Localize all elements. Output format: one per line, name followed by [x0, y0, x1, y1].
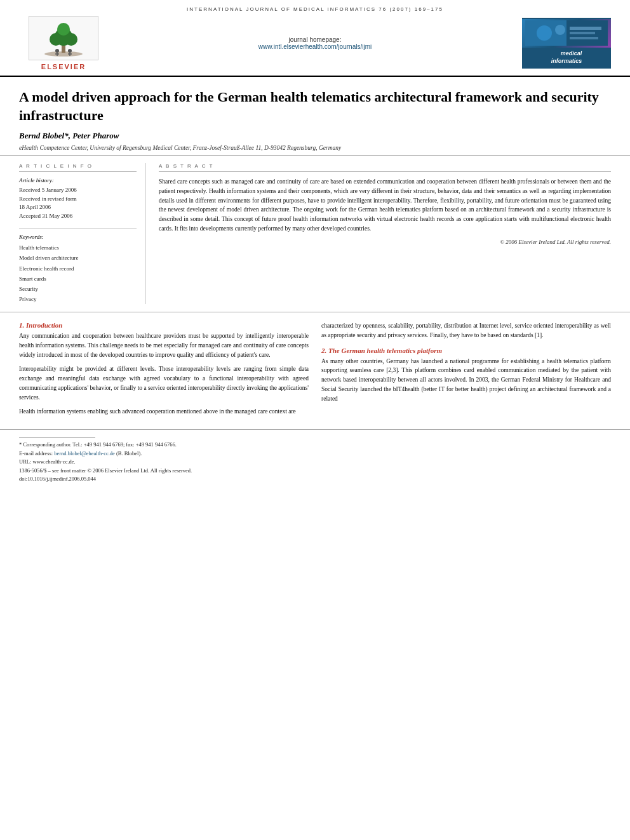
intro-para-2: Interoperability might be provided at di…	[19, 364, 309, 402]
abstract-label: A B S T R A C T	[159, 163, 611, 172]
section2-text: As many other countries, Germany has lau…	[321, 357, 611, 404]
mi-logo-svg	[525, 20, 608, 46]
keyword-2: Model driven architecture	[19, 253, 137, 263]
svg-rect-19	[570, 37, 598, 39]
abstract-text: Shared care concepts such as managed car…	[159, 177, 611, 233]
intro-right-text: characterized by openness, scalability, …	[321, 321, 611, 340]
journal-top-line: INTERNATIONAL JOURNAL OF MEDICAL INFORMA…	[0, 0, 630, 16]
svg-point-16	[555, 25, 565, 35]
section1-title: Introduction	[26, 321, 62, 329]
corresponding-author-line: * Corresponding author. Tel.: +49 941 94…	[19, 441, 611, 450]
article-info: A R T I C L E I N F O Article history: R…	[19, 163, 146, 304]
email-line: E-mail address: bernd.blobel@ehealth-cc.…	[19, 450, 611, 458]
svg-point-9	[68, 49, 72, 53]
keywords-label: Keywords:	[19, 234, 137, 240]
history-item-3: 18 April 2006	[19, 203, 137, 212]
email-label: E-mail address:	[19, 450, 53, 457]
svg-point-15	[537, 25, 552, 41]
intro-para-1: Any communication and cooperation betwee…	[19, 331, 309, 359]
homepage-url[interactable]: www.intl.elsevierhealth.com/journals/ijm…	[258, 43, 372, 50]
svg-point-5	[57, 23, 70, 36]
keyword-3: Electronic health record	[19, 263, 137, 274]
svg-rect-18	[570, 32, 595, 34]
history-item-4: Accepted 31 May 2006	[19, 212, 137, 221]
section1-number: 1.	[19, 321, 24, 329]
section2-title: The German health telematics platform	[328, 347, 442, 354]
homepage-label: journal homepage:	[289, 36, 342, 43]
footnote-divider	[19, 437, 95, 438]
journal-homepage: journal homepage: www.intl.elsevierhealt…	[258, 36, 372, 50]
mi-logo-text: medicalinformatics	[549, 48, 585, 67]
article-info-label: A R T I C L E I N F O	[19, 163, 137, 172]
affiliation: eHealth Competence Center, University of…	[19, 145, 611, 151]
keywords-section: Keywords: Health telematics Model driven…	[19, 228, 137, 304]
section2-number: 2.	[321, 347, 326, 354]
history-item-1: Received 5 January 2006	[19, 186, 137, 195]
right-column: characterized by openness, scalability, …	[321, 321, 611, 422]
doi-line-1: 1386-5056/$ – see front matter © 2006 El…	[19, 467, 611, 476]
title-section: A model driven approach for the German h…	[0, 77, 630, 156]
footnote-area: * Corresponding author. Tel.: +49 941 94…	[0, 429, 630, 490]
url-label: URL:	[19, 458, 31, 465]
url-line: URL: www.ehealth-cc.de.	[19, 458, 611, 467]
svg-point-4	[65, 33, 77, 46]
abstract-section: A B S T R A C T Shared care concepts suc…	[159, 163, 611, 304]
email-suffix: (B. Blobel).	[116, 450, 142, 457]
intro-para-3: Health information systems enabling such…	[19, 407, 309, 417]
copyright-line: © 2006 Elsevier Ireland Ltd. All rights …	[159, 239, 611, 245]
history-label: Article history:	[19, 177, 137, 183]
keyword-5: Security	[19, 284, 137, 294]
section1-heading: 1. Introduction	[19, 321, 309, 329]
paper-title: A model driven approach for the German h…	[19, 88, 611, 124]
page: INTERNATIONAL JOURNAL OF MEDICAL INFORMA…	[0, 0, 630, 840]
elsevier-tree-svg	[38, 19, 89, 57]
svg-rect-17	[570, 27, 601, 30]
keyword-1: Health telematics	[19, 243, 137, 253]
elsevier-brand-name: ELSEVIER	[41, 63, 86, 70]
keyword-6: Privacy	[19, 294, 137, 304]
svg-point-3	[50, 33, 62, 46]
svg-point-6	[55, 49, 59, 53]
body-content: 1. Introduction Any communication and co…	[0, 312, 630, 422]
mi-logo-image	[522, 19, 611, 48]
email-link[interactable]: bernd.blobel@ehealth-cc.de	[54, 450, 115, 457]
header-area: ELSEVIER journal homepage: www.intl.else…	[0, 16, 630, 77]
url-value: www.ehealth-cc.de.	[33, 458, 76, 465]
medical-informatics-logo: medicalinformatics	[522, 18, 611, 69]
section2-heading: 2. The German health telematics platform	[321, 347, 611, 354]
left-column: 1. Introduction Any communication and co…	[19, 321, 309, 422]
elsevier-logo: ELSEVIER	[19, 16, 108, 70]
elsevier-tree-image	[29, 16, 98, 60]
article-info-abstract-section: A R T I C L E I N F O Article history: R…	[0, 156, 630, 312]
doi-line-2: doi:10.1016/j.ijmedinf.2006.05.044	[19, 475, 611, 484]
keyword-4: Smart cards	[19, 274, 137, 284]
history-item-2: Received in revised form	[19, 195, 137, 204]
authors: Bernd Blobel*, Peter Pharow	[19, 131, 611, 141]
